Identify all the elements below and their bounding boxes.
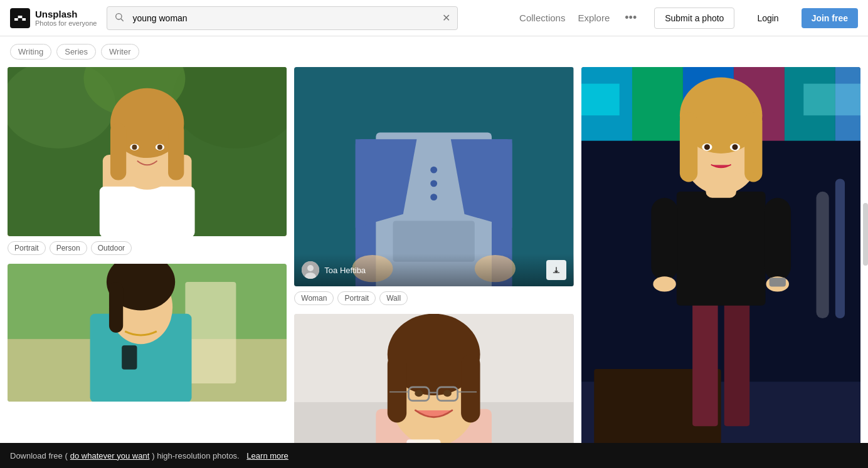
logo-name: Unsplash — [35, 9, 97, 19]
main-content: Writing Series Writer — [0, 36, 868, 468]
search-bar: ✕ — [107, 6, 458, 30]
photo-card-colorful — [581, 67, 860, 455]
bottom-bar: Download free ( do whatever you want ) h… — [0, 443, 868, 468]
tags-row: Writing Series Writer — [0, 36, 868, 67]
svg-point-0 — [116, 13, 122, 19]
join-button[interactable]: Join free — [802, 8, 858, 28]
more-menu-button[interactable]: ••• — [622, 9, 639, 27]
grid-col-2: Toa Heftiba Woman Portrait Wall — [294, 67, 573, 468]
tag-outdoor[interactable]: Outdoor — [91, 241, 132, 255]
logo-text-area: Unsplash Photos for everyone — [35, 9, 97, 27]
grid-col-3 — [581, 67, 860, 468]
logo[interactable]: Unsplash Photos for everyone — [10, 8, 97, 28]
more-icon: ••• — [625, 11, 637, 24]
logo-sub: Photos for everyone — [35, 19, 97, 27]
svg-line-1 — [121, 19, 124, 21]
tag-person[interactable]: Person — [50, 241, 87, 255]
bottom-text-suffix: ) high-resolution photos. — [152, 451, 239, 460]
photo-tags-outdoor: Portrait Person Outdoor — [8, 236, 287, 256]
submit-photo-button[interactable]: Submit a photo — [654, 8, 734, 29]
tag-woman[interactable]: Woman — [294, 291, 334, 305]
tag-writer[interactable]: Writer — [101, 44, 139, 60]
bottom-text-prefix: Download free ( — [10, 451, 68, 460]
tag-wall[interactable]: Wall — [379, 291, 408, 305]
main-nav: Collections Explore ••• Submit a photo L… — [519, 8, 858, 29]
tag-portrait[interactable]: Portrait — [8, 241, 46, 255]
header: Unsplash Photos for everyone ✕ Collectio… — [0, 0, 868, 36]
photo-grid: Portrait Person Outdoor — [0, 67, 868, 468]
tag-writing[interactable]: Writing — [10, 44, 51, 60]
photo-tags-denim: Woman Portrait Wall — [294, 286, 573, 306]
do-whatever-link[interactable]: do whatever you want — [70, 451, 149, 460]
scrollbar[interactable] — [863, 203, 868, 266]
logo-icon — [10, 8, 30, 28]
grid-col-1: Portrait Person Outdoor — [8, 67, 287, 468]
collections-link[interactable]: Collections — [519, 13, 565, 23]
learn-more-link[interactable]: Learn more — [246, 451, 288, 460]
photo-card-woman-phone — [8, 264, 287, 402]
search-input[interactable] — [107, 6, 458, 30]
clear-search-button[interactable]: ✕ — [442, 13, 450, 23]
login-button[interactable]: Login — [747, 8, 788, 28]
explore-link[interactable]: Explore — [578, 13, 610, 23]
photo-card-woman-outdoor: Portrait Person Outdoor — [8, 67, 287, 256]
tag-portrait-2[interactable]: Portrait — [337, 291, 376, 305]
photo-card-denim: Toa Heftiba Woman Portrait Wall — [294, 67, 573, 306]
tag-series[interactable]: Series — [56, 44, 96, 60]
search-icon — [114, 12, 124, 24]
